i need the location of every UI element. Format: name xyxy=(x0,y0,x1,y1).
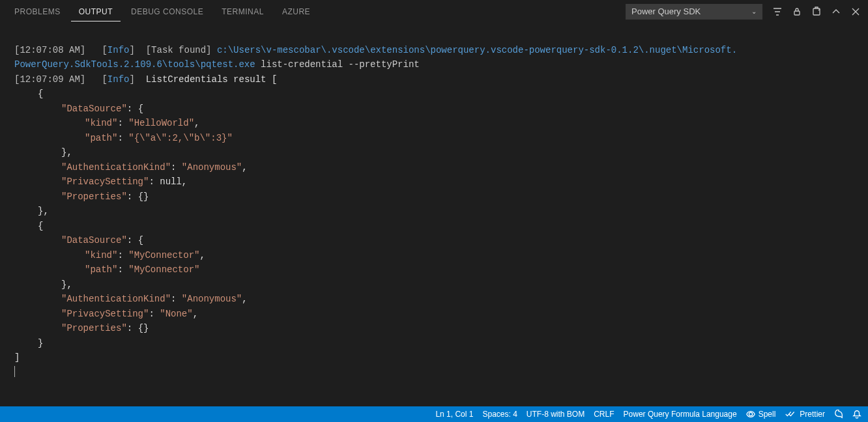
status-bar: Ln 1, Col 1 Spaces: 4 UTF-8 with BOM CRL… xyxy=(0,406,868,422)
json-brace: }, xyxy=(14,279,72,290)
panel-action-icons xyxy=(765,6,861,18)
status-eol[interactable]: CRLF xyxy=(594,410,614,419)
json-value: "MyConnector" xyxy=(128,250,199,260)
status-language[interactable]: Power Query Formula Language xyxy=(624,410,737,419)
svg-rect-0 xyxy=(794,11,800,15)
svg-point-2 xyxy=(749,412,752,415)
tab-azure[interactable]: AZURE xyxy=(274,2,318,21)
json-key: "path" xyxy=(85,264,117,275)
tab-problems[interactable]: PROBLEMS xyxy=(7,2,68,21)
json-value: "HelloWorld" xyxy=(128,118,194,128)
tab-debug-console[interactable]: DEBUG CONSOLE xyxy=(123,2,211,21)
status-encoding[interactable]: UTF-8 with BOM xyxy=(527,410,585,419)
clear-output-icon[interactable] xyxy=(811,6,822,18)
bell-icon[interactable] xyxy=(852,410,861,419)
json-key: "DataSource" xyxy=(61,235,127,246)
json-brace: } xyxy=(14,338,43,348)
task-found-label: [Task found] xyxy=(146,45,212,55)
feedback-icon[interactable] xyxy=(834,410,843,419)
text-cursor xyxy=(14,366,15,377)
close-icon[interactable] xyxy=(850,6,861,18)
status-spaces[interactable]: Spaces: 4 xyxy=(482,410,517,419)
json-key: "kind" xyxy=(85,118,117,128)
timestamp: [12:07:08 AM] xyxy=(14,45,85,55)
json-value: "Anonymous" xyxy=(182,294,242,304)
json-key: "kind" xyxy=(85,250,117,260)
log-level-info: Info xyxy=(108,74,130,85)
json-brace: { xyxy=(14,221,43,231)
status-spell[interactable]: Spell xyxy=(746,410,776,419)
json-key: "path" xyxy=(85,133,117,143)
json-key: "AuthenticationKind" xyxy=(61,162,171,173)
timestamp: [12:07:09 AM] xyxy=(14,74,85,85)
json-brace: }, xyxy=(14,147,72,158)
panel-tab-bar: PROBLEMS OUTPUT DEBUG CONSOLE TERMINAL A… xyxy=(0,0,868,23)
eye-icon xyxy=(746,410,755,419)
chevron-down-icon: ⌄ xyxy=(751,8,757,15)
json-brace: }, xyxy=(14,206,49,216)
status-prettier[interactable]: Prettier xyxy=(785,410,825,419)
output-channel-label: Power Query SDK xyxy=(631,7,701,16)
json-value: null xyxy=(160,176,182,187)
json-key: "AuthenticationKind" xyxy=(61,294,171,304)
json-value: "None" xyxy=(160,309,192,319)
json-key: "PrivacySetting" xyxy=(61,176,149,187)
json-array-close: ] xyxy=(14,352,20,363)
json-brace: { xyxy=(14,89,43,99)
filter-icon[interactable] xyxy=(772,6,783,18)
double-check-icon xyxy=(785,410,796,419)
output-channel-select[interactable]: Power Query SDK ⌄ xyxy=(626,4,762,20)
json-value: "MyConnector" xyxy=(128,264,199,275)
executable-path: c:\Users\v-mescobar\.vscode\extensions\p… xyxy=(217,45,737,55)
status-ln-col[interactable]: Ln 1, Col 1 xyxy=(435,410,473,419)
json-key: "Properties" xyxy=(61,323,127,333)
log-message: ListCredentials result [ xyxy=(146,74,278,85)
tab-output[interactable]: OUTPUT xyxy=(71,2,121,21)
lock-icon[interactable] xyxy=(791,6,803,18)
json-value: "{\"a\":2,\"b\":3}" xyxy=(128,133,233,143)
output-panel[interactable]: [12:07:08 AM] [Info] [Task found] c:\Use… xyxy=(0,23,868,406)
log-level-info: Info xyxy=(108,45,130,55)
chevron-up-icon[interactable] xyxy=(830,6,842,18)
json-value: "Anonymous" xyxy=(182,162,242,173)
json-key: "DataSource" xyxy=(61,104,127,114)
command-args: list-credential --prettyPrint xyxy=(255,59,420,70)
svg-rect-1 xyxy=(813,8,820,15)
json-key: "Properties" xyxy=(61,191,127,202)
json-key: "PrivacySetting" xyxy=(61,309,149,319)
executable-path: PowerQuery.SdkTools.2.109.6\tools\pqtest… xyxy=(14,59,255,70)
tab-terminal[interactable]: TERMINAL xyxy=(214,2,272,21)
